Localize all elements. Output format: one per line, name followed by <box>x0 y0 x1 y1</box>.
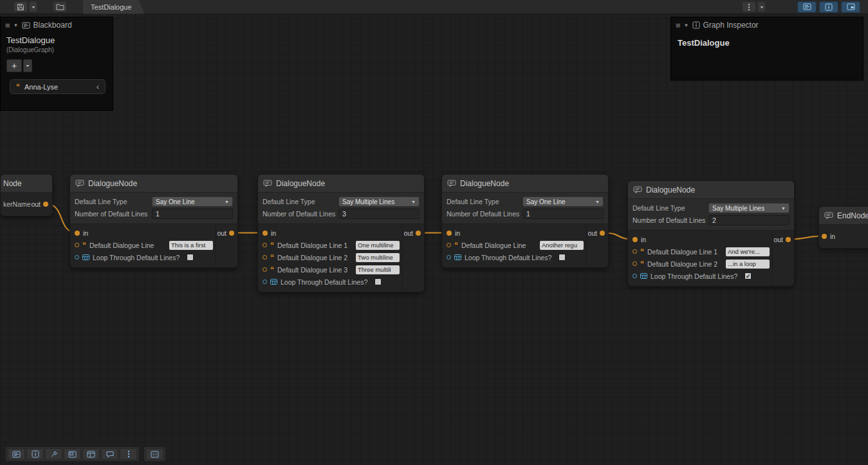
dialogue-node[interactable]: DialogueNodeDefault Line TypeSay Multipl… <box>257 174 425 292</box>
hamburger-icon[interactable]: ≡ <box>676 21 681 30</box>
layout-panel-button[interactable] <box>82 448 100 460</box>
loop-checkbox[interactable] <box>559 254 566 261</box>
loop-checkbox[interactable] <box>187 254 194 261</box>
bottom-toolbar-group <box>5 446 140 462</box>
line-text-field[interactable]: ...in a loop <box>726 260 770 269</box>
line-text-field[interactable]: Two multiline <box>356 253 400 262</box>
input-port-row: in <box>822 231 835 242</box>
dialogue-node[interactable]: DialogueNodeDefault Line TypeSay One Lin… <box>69 174 238 268</box>
output-port-row: out <box>31 198 48 209</box>
node-title-bar[interactable]: DialogueNode <box>258 175 424 193</box>
input-port[interactable] <box>75 231 80 236</box>
loop-port[interactable] <box>263 280 267 284</box>
line-count-field[interactable]: 3 <box>338 209 420 219</box>
line-text-field[interactable]: Another regu <box>540 241 584 250</box>
end-node[interactable]: EndNodein <box>818 206 868 249</box>
blackboard-panel-toggle[interactable] <box>797 1 817 13</box>
loop-port[interactable] <box>633 274 637 278</box>
more-options-dropdown[interactable] <box>757 1 766 12</box>
dialogue-node[interactable]: DialogueNodeDefault Line TypeSay Multipl… <box>627 180 795 287</box>
input-port-label: in <box>830 232 835 240</box>
node-title-bar[interactable]: DialogueNode <box>70 175 237 193</box>
dialogue-node[interactable]: DialogueNodeDefault Line TypeSay One Lin… <box>441 174 609 268</box>
loop-checkbox[interactable] <box>374 278 382 285</box>
loop-port[interactable] <box>447 255 451 260</box>
line-count-field[interactable]: 2 <box>708 215 790 225</box>
input-port[interactable] <box>447 231 452 236</box>
line-type-dropdown[interactable]: Say Multiple Lines▼ <box>338 196 420 207</box>
dropdown-arrow[interactable] <box>29 1 37 12</box>
loop-row: Loop Through Default Lines? <box>75 252 213 263</box>
hamburger-icon[interactable]: ≡ <box>5 21 10 30</box>
add-field-dropdown[interactable] <box>23 59 32 72</box>
loop-port[interactable] <box>75 255 79 260</box>
folder-button[interactable] <box>53 1 67 12</box>
line-port[interactable] <box>447 243 451 247</box>
chevron-left-icon[interactable]: ‹ <box>97 82 99 91</box>
line-text-field[interactable]: This is a first <box>169 241 213 250</box>
graph-tab[interactable]: TestDialogue <box>83 0 145 14</box>
code-panel-button[interactable] <box>146 448 163 460</box>
line-port[interactable] <box>263 243 267 247</box>
node-title-bar[interactable]: DialogueNode <box>442 175 608 193</box>
line-text-field[interactable]: One multiline <box>356 241 400 250</box>
line-count-field[interactable]: 1 <box>522 209 604 219</box>
minimap-panel-icon <box>847 3 855 10</box>
minimap-panel-toggle[interactable] <box>841 1 860 13</box>
tools-button[interactable] <box>45 448 62 460</box>
blackboard-field-anna-lyse[interactable]: “ Anna-Lyse ‹ <box>10 79 106 94</box>
node-title-text: EndNode <box>837 211 868 220</box>
output-port[interactable] <box>786 237 791 242</box>
inspector-panel-toggle[interactable] <box>819 1 838 13</box>
line-text-field[interactable]: And we're... <box>726 247 770 256</box>
blackboard-panel-button[interactable] <box>8 448 25 460</box>
loop-checkbox[interactable]: ✓ <box>744 272 752 280</box>
blackboard-header[interactable]: ≡ ▼ Blackboard <box>1 17 113 33</box>
input-port[interactable] <box>822 234 827 239</box>
line-port[interactable] <box>263 267 267 272</box>
more-options-button[interactable] <box>742 1 756 12</box>
blackboard-panel: ≡ ▼ Blackboard TestDialogue (DialogueGra… <box>0 17 113 111</box>
caret-icon <box>31 5 36 10</box>
output-port-label: out <box>773 236 783 243</box>
node-title-bar[interactable]: Node <box>1 175 52 193</box>
line-port[interactable] <box>75 243 79 247</box>
kebab-menu-button[interactable] <box>120 448 137 460</box>
line-label: Default Dialogue Line 3 <box>277 266 347 274</box>
input-port-row: in <box>633 234 770 245</box>
output-port[interactable] <box>416 231 421 236</box>
input-port[interactable] <box>633 237 638 242</box>
blackboard-panel-icon <box>803 3 811 10</box>
node-title-bar[interactable]: EndNode <box>819 207 868 225</box>
line-text-field[interactable]: Three multili <box>356 265 400 274</box>
loop-label: Loop Through Default Lines? <box>281 278 367 286</box>
quote-icon: “ <box>82 242 86 249</box>
line-port[interactable] <box>633 261 637 266</box>
node-title-bar[interactable]: DialogueNode <box>628 181 794 199</box>
line-type-dropdown[interactable]: Say One Line▼ <box>152 196 233 207</box>
output-port[interactable] <box>600 231 605 236</box>
graph-inspector-title: Graph Inspector <box>703 21 759 30</box>
line-port[interactable] <box>633 249 637 254</box>
save-button[interactable] <box>14 1 28 12</box>
prop-label: Number of Default Lines <box>75 210 152 218</box>
input-port[interactable] <box>263 231 268 236</box>
output-port[interactable] <box>229 231 234 236</box>
line-label: Default Dialogue Line 2 <box>647 260 717 268</box>
output-port[interactable] <box>43 202 48 207</box>
minimap-button[interactable] <box>64 448 81 460</box>
line-count-field[interactable]: 1 <box>152 209 233 219</box>
collapse-arrow-icon[interactable]: ▼ <box>684 23 689 28</box>
speaker-node-partial[interactable]: NodekerNameout <box>0 174 53 216</box>
line-type-dropdown[interactable]: Say Multiple Lines▼ <box>708 203 790 213</box>
inspector-panel-button[interactable] <box>26 448 44 460</box>
collapse-arrow-icon[interactable]: ▼ <box>14 23 19 28</box>
dialogue-preview-button[interactable] <box>101 448 118 460</box>
graph-inspector-header[interactable]: ≡ ▼ Graph Inspector <box>671 17 863 33</box>
top-toolbar: TestDialogue <box>0 0 868 14</box>
node-title-text: DialogueNode <box>88 179 137 188</box>
line-type-dropdown[interactable]: Say One Line▼ <box>522 196 604 207</box>
line-port[interactable] <box>263 255 267 260</box>
add-field-button[interactable]: + <box>6 59 22 72</box>
dialogue-node-icon <box>447 180 456 187</box>
